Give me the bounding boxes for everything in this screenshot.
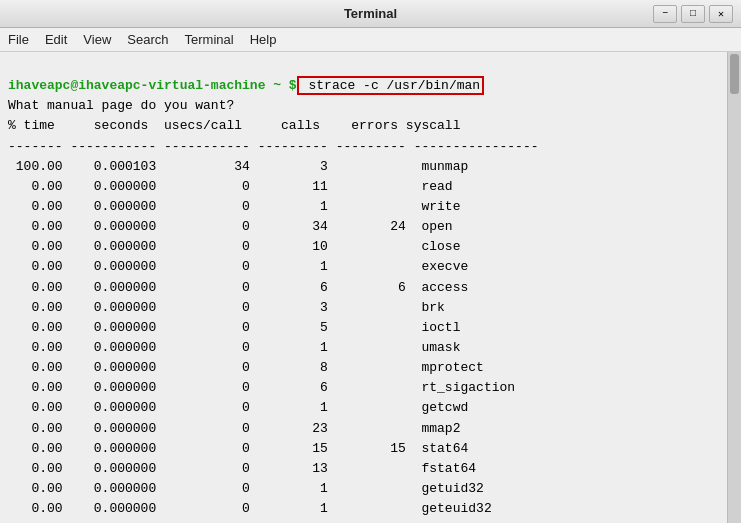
menu-terminal[interactable]: Terminal — [177, 30, 242, 49]
scrollbar-thumb[interactable] — [730, 54, 739, 94]
table-row: 0.00 0.000000 0 15 15 stat64 — [8, 441, 468, 456]
table-row: 0.00 0.000000 0 11 read — [8, 179, 453, 194]
menu-search[interactable]: Search — [119, 30, 176, 49]
table-row: 0.00 0.000000 0 1 execve — [8, 259, 468, 274]
terminal-output: ihaveapc@ihaveapc-virtual-machine ~ $ st… — [8, 56, 733, 157]
menu-view[interactable]: View — [75, 30, 119, 49]
table-row: 100.00 0.000103 34 3 munmap — [8, 159, 468, 174]
maximize-button[interactable]: □ — [681, 5, 705, 23]
minimize-button[interactable]: − — [653, 5, 677, 23]
table-row: 0.00 0.000000 0 6 rt_sigaction — [8, 380, 515, 395]
table-row: 0.00 0.000000 0 5 ioctl — [8, 320, 460, 335]
table-row: 0.00 0.000000 0 34 24 open — [8, 219, 453, 234]
manual-page-question: What manual page do you want? — [8, 98, 234, 113]
window-title: Terminal — [344, 6, 397, 21]
table-row: 0.00 0.000000 0 8 mprotect — [8, 360, 484, 375]
window-controls: − □ ✕ — [653, 5, 733, 23]
table-header: % time seconds usecs/call calls errors s… — [8, 118, 460, 133]
table-row: 0.00 0.000000 0 10 close — [8, 239, 460, 254]
close-button[interactable]: ✕ — [709, 5, 733, 23]
table-separator-top: ------- ----------- ----------- --------… — [8, 139, 539, 154]
table-row: 0.00 0.000000 0 13 fstat64 — [8, 461, 476, 476]
terminal-window: Terminal − □ ✕ File Edit View Search Ter… — [0, 0, 741, 523]
prompt-symbol-1: ~ $ — [265, 78, 296, 93]
menu-file[interactable]: File — [0, 30, 37, 49]
table-row: 0.00 0.000000 0 1 getcwd — [8, 400, 468, 415]
table-row: 0.00 0.000000 0 6 6 access — [8, 280, 468, 295]
menu-help[interactable]: Help — [242, 30, 285, 49]
table-row: 0.00 0.000000 0 1 geteuid32 — [8, 501, 492, 516]
table-row: 0.00 0.000000 0 1 getuid32 — [8, 481, 484, 496]
menu-bar: File Edit View Search Terminal Help — [0, 28, 741, 52]
command-input: strace -c /usr/bin/man — [297, 76, 484, 95]
table-row: 0.00 0.000000 0 1 write — [8, 199, 460, 214]
menu-edit[interactable]: Edit — [37, 30, 75, 49]
prompt-1: ihaveapc@ihaveapc-virtual-machine — [8, 78, 265, 93]
table-row: 0.00 0.000000 0 23 mmap2 — [8, 421, 460, 436]
title-bar: Terminal − □ ✕ — [0, 0, 741, 28]
table-row: 0.00 0.000000 0 1 umask — [8, 340, 460, 355]
table-row: 0.00 0.000000 0 3 brk — [8, 300, 445, 315]
table-body: 100.00 0.000103 34 3 munmap 0.00 0.00000… — [8, 157, 733, 523]
scrollbar[interactable] — [727, 52, 741, 523]
terminal-area[interactable]: ihaveapc@ihaveapc-virtual-machine ~ $ st… — [0, 52, 741, 523]
